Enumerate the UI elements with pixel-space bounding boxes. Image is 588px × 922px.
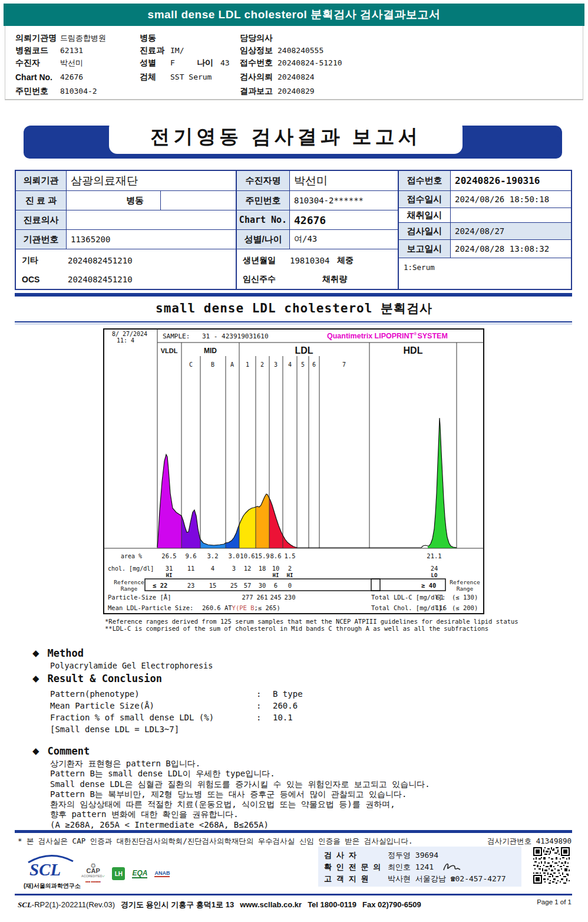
region-label-ldl: LDL — [295, 345, 313, 355]
kolas-logo: LH — [112, 867, 125, 880]
info-field-value: 810304-2 — [60, 87, 97, 96]
cap-logo: ✪ CAP ACCREDITED✓ ■■■ ■■■■■■ — [81, 863, 105, 884]
area-value: 3.2 — [207, 552, 219, 559]
chart-border — [104, 329, 484, 614]
staff-value: 박사현 서울강남 ☎02-457-4277 — [388, 874, 506, 884]
staff-role-label: 검 사 자 — [324, 850, 388, 861]
staff-panel: 검 사 자정두영 39694 확 인 전 문 의최인호 1241 고 객 지 원… — [318, 847, 521, 887]
order-table-right: 접수번호 20240826-190316 접수일시 2024/08/26 18:… — [399, 171, 571, 289]
ref-value: 25 — [230, 582, 238, 589]
doc-code: -RP2(1)-202211(Rev.03) — [32, 900, 115, 909]
diamond-bullet-icon: ◆ — [32, 648, 39, 658]
cell-label: 진 료 과 — [16, 191, 67, 210]
comment-title: Comment — [48, 745, 90, 757]
brand-system: SYSTEM — [417, 332, 447, 340]
particle-value: 245 — [270, 594, 282, 601]
ref-right-label-2: Range — [457, 585, 474, 592]
cap-logo-fineprint: ■■■ ■■■■■■ — [85, 879, 101, 884]
diamond-bullet-icon: ◆ — [32, 673, 39, 684]
info-field-value: SST Serum — [170, 73, 212, 81]
staff-role-label: 확 인 전 문 의 — [324, 862, 388, 872]
cell-label: 생년월일 — [243, 255, 290, 266]
report-header-bar: small dense LDL cholesterol 분획검사 검사결과보고서 — [4, 4, 584, 26]
method-title: Method — [48, 647, 84, 659]
cell-label: 수진자명 — [237, 171, 290, 190]
result-row-value: B type — [273, 689, 303, 699]
cell-value — [67, 210, 236, 229]
mean-size-label: Mean LDL-Particle Size: — [108, 604, 193, 611]
info-field-value: 드림종합병원 — [60, 33, 106, 44]
staff-role-label: 고 객 지 원 — [324, 874, 388, 884]
eqa-logo: EQA — [132, 869, 147, 878]
flag-hi: HI — [166, 572, 173, 578]
cap-logo-text: CAP — [87, 868, 100, 874]
ref-value: 0 — [288, 582, 292, 589]
patient-info-col1: 의뢰기관명드림종합병원 병원코드62131 수진자박선미 Chart No.42… — [15, 32, 106, 97]
subband-label: C — [189, 361, 193, 368]
patient-info-col3: 담당의사 임상정보2408240555 접수번호20240824-51210 검… — [240, 32, 342, 97]
area-value: 21.1 — [427, 552, 441, 559]
footer-divider-bottom — [15, 894, 572, 895]
cell-label: Chart No. — [237, 210, 290, 229]
ref-row-label-1: Reference — [114, 579, 144, 585]
cell-value: 810304-2****** — [290, 191, 398, 210]
subband-label: 6 — [312, 361, 316, 368]
particle-value: 277 — [242, 594, 253, 601]
cell-label: 접수번호 — [399, 171, 451, 190]
info-field-label: 병원코드 — [15, 45, 60, 56]
region-label-hdl: HDL — [404, 345, 423, 355]
area-value: 8.6 — [270, 552, 282, 559]
region-label-mid: MID — [204, 347, 217, 355]
report-title: small dense LDL cholesterol 분획검사 검사결과보고서 — [148, 7, 441, 22]
registered-icon: ® — [414, 332, 417, 336]
info-field-label: 검사의뢰 — [240, 72, 278, 83]
cell-value: 2024/08/28 13:08:32 — [451, 240, 571, 258]
info-field-value: 2408240555 — [278, 46, 323, 55]
subband-label: A — [230, 361, 234, 368]
patient-info-section: 의뢰기관명드림종합병원 병원코드62131 수진자박선미 Chart No.42… — [5, 26, 583, 100]
result-row-value: 10.1 — [273, 713, 293, 722]
mean-value-number: 260.6 AT — [202, 604, 232, 611]
doc-code-scl: SCL — [18, 900, 32, 909]
info-field-value: 20240824 — [278, 73, 315, 81]
info-field-value: 박선미 — [60, 58, 83, 68]
chol-row-label: chol. [mg/dl] — [108, 565, 154, 572]
chol-value: 3 — [232, 565, 236, 572]
info-field-label: 담당의사 — [240, 33, 278, 44]
cell-label: 의뢰기관 — [16, 171, 67, 190]
title-underline — [15, 321, 572, 322]
cell-value: 20240826-190316 — [451, 171, 571, 190]
result-row-value: 260.6 — [273, 701, 298, 710]
particle-value: 230 — [285, 594, 296, 601]
ref-right-label-1: Reference — [450, 579, 480, 585]
comment-line: Pattern B는 small dense LDL이 우세한 type입니다. — [50, 769, 430, 779]
comment-line: 향후 pattern 변화에 대한 확인을 권유합니다. — [50, 809, 430, 819]
footnote-line: **LDL-C is comprised of the sum of chole… — [105, 625, 582, 632]
chart-time: 11: 4 — [117, 337, 134, 344]
area-value: 9.6 — [186, 552, 197, 559]
info-field-value: 43 — [220, 58, 230, 67]
cap-accredited-text: ACCREDITED — [81, 874, 103, 878]
cell-value: 여/43 — [290, 230, 398, 249]
footer-divider-top — [15, 830, 572, 833]
staff-value: 정두영 39694 — [388, 850, 438, 861]
subband-label: 2 — [260, 361, 264, 368]
electrophoresis-banner: 전기영동 검사결과 보고서 — [0, 120, 588, 162]
total-chol-value: 116 — [435, 604, 447, 611]
lab-org-number: 검사기관번호 41349890 — [487, 837, 572, 847]
specimen-label: 1:Serum — [404, 263, 435, 272]
result-section: ◆ Result & Conclusion Pattern(phenotype)… — [32, 673, 303, 735]
scl-logo: SCL (재)서울의과학연구소 — [24, 854, 81, 890]
area-value: 3.0 — [229, 552, 240, 559]
area-value: 15.9 — [255, 552, 269, 559]
order-table-middle: 수진자명 박선미 주민번호 810304-2****** Chart No. 4… — [237, 171, 399, 289]
chol-value: 18 — [259, 565, 266, 572]
subband-label: 3 — [274, 361, 278, 368]
subband-label: 5 — [301, 361, 305, 368]
chol-value: 10 — [272, 565, 280, 572]
anab-logo: ANAB — [154, 870, 170, 877]
lipoprint-chart: 8/ 27/2024 11: 4 SAMPLE: 31 - 4239190316… — [103, 328, 484, 614]
info-field-label: 나이 — [197, 58, 220, 68]
info-field-label: 접수번호 — [240, 58, 278, 68]
result-row-label: Mean Particle Size(Å) — [50, 701, 256, 710]
